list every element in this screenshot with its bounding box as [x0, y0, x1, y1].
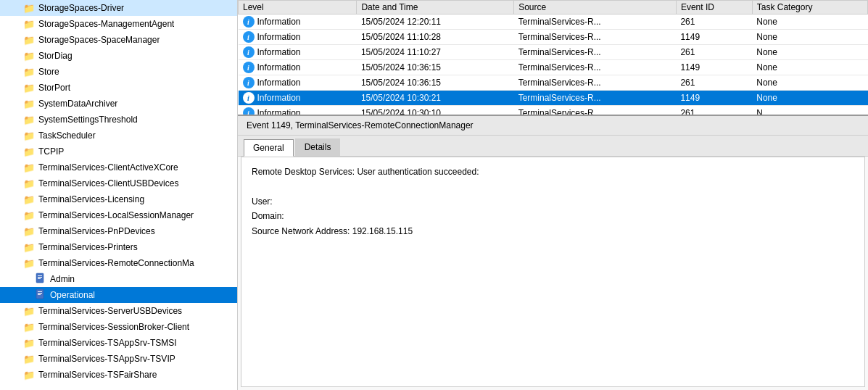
folder-icon: 📁 [23, 354, 36, 365]
level-text: Information [257, 108, 301, 116]
sidebar-item-taskscheduler[interactable]: 📁TaskScheduler [0, 128, 237, 144]
sidebar-item-label: TerminalServices-Printers [38, 242, 138, 252]
svg-rect-2 [38, 277, 42, 278]
folder-icon: 📁 [23, 51, 36, 62]
cell-level: iInformation [239, 14, 357, 30]
cell-eventid: 261 [676, 106, 752, 117]
detail-line: User: [252, 194, 854, 209]
sidebar-item-terminalservices-pnpdevices[interactable]: 📁TerminalServices-PnPDevices [0, 223, 237, 239]
sidebar-item-label: StorageSpaces-SpaceManager [38, 35, 160, 45]
sidebar-item-terminalservices-localsessionmanager[interactable]: 📁TerminalServices-LocalSessionManager [0, 207, 237, 223]
cell-task: None [752, 14, 867, 30]
cell-source: TerminalServices-R... [514, 14, 677, 30]
cell-source: TerminalServices-R... [514, 45, 677, 60]
detail-line: Domain: [252, 209, 854, 223]
folder-icon: 📁 [23, 306, 36, 317]
sidebar-item-terminalservices-printers[interactable]: 📁TerminalServices-Printers [0, 239, 237, 255]
sidebar-item-terminalservices-clientusbdevices[interactable]: 📁TerminalServices-ClientUSBDevices [0, 175, 237, 191]
info-icon: i [243, 107, 255, 116]
sidebar-item-systemdataarchiver[interactable]: 📁SystemDataArchiver [0, 96, 237, 112]
folder-icon: 📁 [23, 322, 36, 333]
log-file-icon [35, 273, 48, 286]
sidebar-item-label: Operational [50, 290, 95, 300]
sidebar-item-terminalservices-serverusbdevices[interactable]: 📁TerminalServices-ServerUSBDevices [0, 303, 237, 319]
sidebar: 📁StorageSpaces-Driver📁StorageSpaces-Mana… [0, 0, 238, 390]
sidebar-item-storagespaces-driver[interactable]: 📁StorageSpaces-Driver [0, 0, 237, 16]
cell-task: N... [752, 106, 867, 117]
folder-icon: 📁 [23, 146, 36, 157]
table-row[interactable]: iInformation15/05/2024 10:30:10TerminalS… [239, 106, 868, 117]
sidebar-item-terminalservices-tsappsrv-tsmsi[interactable]: 📁TerminalServices-TSAppSrv-TSMSI [0, 335, 237, 351]
table-row[interactable]: iInformation15/05/2024 11:10:28TerminalS… [239, 30, 868, 45]
table-row[interactable]: iInformation15/05/2024 10:36:15TerminalS… [239, 60, 868, 75]
sidebar-item-terminalservices-sessionbroker-client[interactable]: 📁TerminalServices-SessionBroker-Client [0, 319, 237, 335]
log-file-icon [35, 289, 48, 302]
sidebar-item-stordiag[interactable]: 📁StorDiag [0, 48, 237, 64]
col-datetime[interactable]: Date and Time [357, 1, 514, 14]
level-text: Information [257, 78, 301, 88]
col-eventid[interactable]: Event ID [676, 1, 752, 14]
sidebar-item-label: TerminalServices-SessionBroker-Client [38, 322, 189, 332]
event-detail-title: Event 1149, TerminalServices-RemoteConne… [247, 120, 474, 130]
cell-source: TerminalServices-R... [514, 106, 677, 117]
sidebar-item-tcpip[interactable]: 📁TCPIP [0, 144, 237, 159]
level-text: Information [257, 47, 301, 57]
table-row[interactable]: iInformation15/05/2024 12:20:11TerminalS… [239, 14, 868, 30]
col-task[interactable]: Task Category [752, 1, 867, 14]
sidebar-item-label: TerminalServices-TSAppSrv-TSMSI [38, 338, 177, 348]
sidebar-item-terminalservices-clientactivexcore[interactable]: 📁TerminalServices-ClientActiveXCore [0, 159, 237, 175]
detail-line: Remote Desktop Services: User authentica… [252, 165, 854, 179]
folder-icon: 📁 [23, 242, 36, 253]
folder-icon: 📁 [23, 162, 36, 173]
sidebar-item-terminalservices-tsappsrv-tsvip[interactable]: 📁TerminalServices-TSAppSrv-TSVIP [0, 351, 237, 367]
folder-icon: 📁 [23, 258, 36, 269]
folder-icon: 📁 [23, 99, 36, 109]
event-detail-panel: Event 1149, TerminalServices-RemoteConne… [238, 116, 868, 390]
cell-eventid: 261 [676, 14, 752, 30]
sidebar-item-admin[interactable]: Admin [0, 271, 237, 287]
sidebar-item-label: SystemDataArchiver [38, 99, 117, 109]
event-list: Level Date and Time Source Event ID Task… [238, 0, 868, 116]
table-row[interactable]: iInformation15/05/2024 11:10:27TerminalS… [239, 45, 868, 60]
sidebar-item-storport[interactable]: 📁StorPort [0, 80, 237, 96]
sidebar-item-terminalservices-tsfairshare[interactable]: 📁TerminalServices-TSFairShare [0, 367, 237, 383]
cell-level: iInformation [239, 60, 357, 75]
level-text: Information [257, 17, 301, 27]
sidebar-item-label: Admin [50, 274, 75, 284]
tab-general[interactable]: General [244, 139, 294, 157]
col-source[interactable]: Source [514, 1, 677, 14]
folder-icon: 📁 [23, 370, 36, 381]
info-icon: i [243, 92, 255, 104]
folder-icon: 📁 [23, 115, 36, 125]
cell-eventid: 1149 [676, 30, 752, 45]
svg-rect-1 [38, 275, 42, 276]
table-row[interactable]: iInformation15/05/2024 10:36:15TerminalS… [239, 75, 868, 91]
tab-details[interactable]: Details [295, 138, 341, 156]
cell-source: TerminalServices-R... [514, 30, 677, 45]
info-icon: i [243, 62, 255, 73]
folder-icon: 📁 [23, 67, 36, 78]
sidebar-item-label: TerminalServices-ServerUSBDevices [38, 306, 182, 316]
sidebar-item-operational[interactable]: Operational [0, 287, 237, 303]
cell-datetime: 15/05/2024 11:10:28 [357, 30, 514, 45]
sidebar-item-store[interactable]: 📁Store [0, 64, 237, 80]
detail-line: Source Network Address: 192.168.15.115 [252, 224, 854, 238]
cell-source: TerminalServices-R... [514, 75, 677, 91]
cell-level: iInformation [239, 75, 357, 91]
sidebar-item-storagespaces-spacemanager[interactable]: 📁StorageSpaces-SpaceManager [0, 32, 237, 48]
sidebar-item-label: StorDiag [38, 51, 73, 61]
sidebar-item-terminalservices-licensing[interactable]: 📁TerminalServices-Licensing [0, 191, 237, 207]
sidebar-item-terminalservices-remoteconnectionma[interactable]: 📁TerminalServices-RemoteConnectionMa [0, 255, 237, 271]
col-level[interactable]: Level [239, 1, 357, 14]
sidebar-item-systemsettingsthreshold[interactable]: 📁SystemSettingsThreshold [0, 112, 237, 128]
table-row[interactable]: iInformation15/05/2024 10:30:21TerminalS… [239, 91, 868, 106]
cell-eventid: 261 [676, 45, 752, 60]
sidebar-item-label: StorPort [38, 83, 70, 93]
folder-icon: 📁 [23, 19, 36, 30]
cell-datetime: 15/05/2024 10:30:10 [357, 106, 514, 117]
folder-icon: 📁 [23, 178, 36, 189]
sidebar-item-storagespaces-managementagent[interactable]: 📁StorageSpaces-ManagementAgent [0, 16, 237, 32]
cell-task: None [752, 91, 867, 106]
event-table: Level Date and Time Source Event ID Task… [238, 0, 868, 116]
svg-rect-4 [36, 289, 44, 299]
